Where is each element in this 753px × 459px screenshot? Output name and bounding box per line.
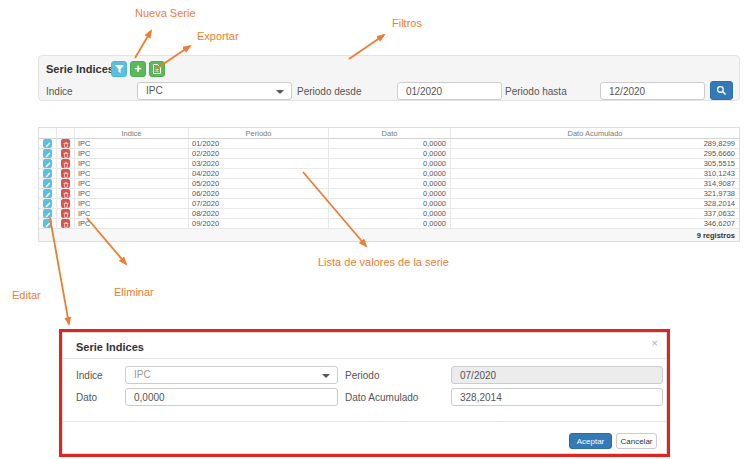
periodo-hasta-label: Periodo hasta xyxy=(505,86,567,97)
edit-cell xyxy=(39,199,57,208)
modal-title: Serie Indices xyxy=(76,341,144,353)
modal-periodo-input xyxy=(451,366,663,384)
cell-indice: IPC xyxy=(75,169,189,178)
modal-dato-input[interactable] xyxy=(125,388,338,406)
edit-row-button[interactable] xyxy=(43,219,52,228)
cell-dato: 0,0000 xyxy=(329,209,451,218)
cell-indice: IPC xyxy=(75,159,189,168)
periodo-desde-input[interactable] xyxy=(397,82,502,100)
cell-periodo: 07/2020 xyxy=(189,199,329,208)
table-row: IPC08/20200,0000337,0632 xyxy=(39,209,739,219)
edit-cell xyxy=(39,149,57,158)
indice-select[interactable]: IPC xyxy=(137,82,292,100)
modal-periodo-label: Periodo xyxy=(345,370,379,381)
delete-row-button[interactable] xyxy=(61,189,70,198)
header-indice: Indice xyxy=(75,128,189,138)
table-row: IPC05/20200,0000314,9087 xyxy=(39,179,739,189)
pencil-icon xyxy=(45,189,51,198)
cell-indice: IPC xyxy=(75,139,189,148)
delete-row-button[interactable] xyxy=(61,199,70,208)
cell-dato: 0,0000 xyxy=(329,179,451,188)
edit-row-button[interactable] xyxy=(43,159,52,168)
cell-periodo: 05/2020 xyxy=(189,179,329,188)
cell-periodo: 06/2020 xyxy=(189,189,329,198)
funnel-icon xyxy=(115,60,124,78)
annotation-filtros: Filtros xyxy=(392,17,422,29)
trash-icon xyxy=(63,159,69,168)
cell-dato-acumulado: 337,0632 xyxy=(451,209,739,218)
cell-dato-acumulado: 289,8299 xyxy=(451,139,739,148)
plus-icon: + xyxy=(134,63,141,75)
cell-dato: 0,0000 xyxy=(329,159,451,168)
filter-button[interactable] xyxy=(111,61,127,77)
delete-row-button[interactable] xyxy=(61,139,70,148)
header-dato-acumulado: Dato Acumulado xyxy=(451,128,739,138)
edit-row-button[interactable] xyxy=(43,179,52,188)
cell-dato-acumulado: 310,1243 xyxy=(451,169,739,178)
delete-row-button[interactable] xyxy=(61,169,70,178)
cell-dato-acumulado: 321,9738 xyxy=(451,189,739,198)
modal-dato-acumulado-input[interactable] xyxy=(451,388,663,406)
edit-cell xyxy=(39,169,57,178)
chevron-down-icon xyxy=(276,90,284,94)
delete-cell xyxy=(57,189,75,198)
modal-dato-acumulado-label: Dato Acumulado xyxy=(345,392,418,403)
edit-row-button[interactable] xyxy=(43,209,52,218)
cell-dato-acumulado: 314,9087 xyxy=(451,179,739,188)
periodo-hasta-input[interactable] xyxy=(600,82,705,100)
delete-cell xyxy=(57,199,75,208)
pencil-icon xyxy=(45,209,51,218)
delete-row-button[interactable] xyxy=(61,209,70,218)
trash-icon xyxy=(63,199,69,208)
delete-cell xyxy=(57,169,75,178)
delete-row-button[interactable] xyxy=(61,149,70,158)
pencil-icon xyxy=(45,199,51,208)
delete-row-button[interactable] xyxy=(61,219,70,228)
table-row: IPC07/20200,0000328,2014 xyxy=(39,199,739,209)
trash-icon xyxy=(63,209,69,218)
edit-row-button[interactable] xyxy=(43,189,52,198)
cell-dato-acumulado: 328,2014 xyxy=(451,199,739,208)
search-button[interactable] xyxy=(710,81,733,100)
table-row: IPC01/20200,0000289,8299 xyxy=(39,139,739,149)
cell-dato-acumulado: 346,6207 xyxy=(451,219,739,228)
file-export-icon xyxy=(153,60,161,78)
close-icon[interactable]: × xyxy=(652,337,658,349)
serie-values-table: Indice Periodo Dato Dato Acumulado IPC01… xyxy=(38,127,740,242)
delete-cell xyxy=(57,159,75,168)
serie-indices-modal: Serie Indices × Indice IPC Periodo Dato … xyxy=(62,332,667,454)
annotation-nueva-serie: Nueva Serie xyxy=(135,7,196,19)
filter-panel: Serie Indices + Indice IPC Periodo desde… xyxy=(38,55,740,101)
pencil-icon xyxy=(45,139,51,148)
cell-dato-acumulado: 305,5515 xyxy=(451,159,739,168)
edit-row-button[interactable] xyxy=(43,139,52,148)
cancelar-button[interactable]: Cancelar xyxy=(616,433,657,449)
periodo-desde-label: Periodo desde xyxy=(297,86,362,97)
delete-cell xyxy=(57,139,75,148)
edit-cell xyxy=(39,209,57,218)
aceptar-button[interactable]: Aceptar xyxy=(569,433,612,449)
cell-dato-acumulado: 295,6660 xyxy=(451,149,739,158)
chevron-down-icon xyxy=(322,374,330,378)
pencil-icon xyxy=(45,159,51,168)
cell-periodo: 01/2020 xyxy=(189,139,329,148)
edit-cell xyxy=(39,179,57,188)
cell-indice: IPC xyxy=(75,179,189,188)
table-row: IPC02/20200,0000295,6660 xyxy=(39,149,739,159)
panel-title: Serie Indices xyxy=(46,63,114,75)
delete-row-button[interactable] xyxy=(61,159,70,168)
cell-indice: IPC xyxy=(75,189,189,198)
edit-row-button[interactable] xyxy=(43,169,52,178)
delete-row-button[interactable] xyxy=(61,179,70,188)
serie-indices-screen: Nueva Serie Exportar Filtros Editar Elim… xyxy=(0,0,753,459)
edit-row-button[interactable] xyxy=(43,149,52,158)
new-serie-button[interactable]: + xyxy=(130,61,146,77)
edit-cell xyxy=(39,159,57,168)
annotation-exportar: Exportar xyxy=(197,30,239,42)
cell-dato: 0,0000 xyxy=(329,139,451,148)
export-button[interactable] xyxy=(149,61,165,77)
modal-indice-select[interactable]: IPC xyxy=(125,366,338,384)
pencil-icon xyxy=(45,179,51,188)
header-dato: Dato xyxy=(329,128,451,138)
edit-row-button[interactable] xyxy=(43,199,52,208)
